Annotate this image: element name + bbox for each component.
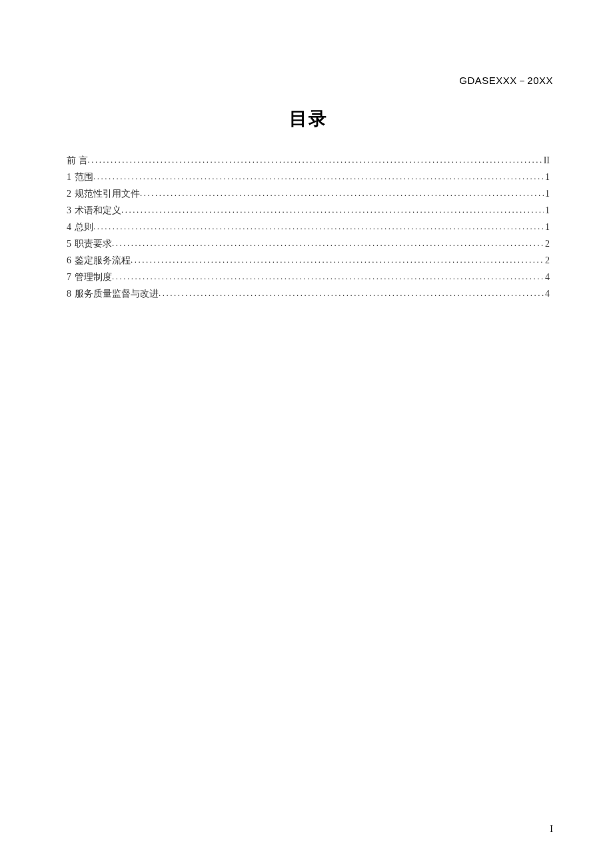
toc-number: 3 xyxy=(67,205,71,215)
toc-number: 7 xyxy=(67,272,71,282)
toc-label: 3术语和定义 xyxy=(67,202,121,219)
toc-label: 4总则 xyxy=(67,219,93,235)
toc-entry: 2规范性引用文件 1 xyxy=(67,185,550,202)
toc-page: 2 xyxy=(544,252,550,269)
toc-entry: 3术语和定义 1 xyxy=(67,202,550,219)
toc-text: 鉴定服务流程 xyxy=(75,255,131,265)
toc-page: 1 xyxy=(544,185,550,202)
toc-dots xyxy=(93,168,544,185)
toc-entry: 4总则 1 xyxy=(67,219,550,235)
toc-page: 1 xyxy=(544,219,550,235)
toc-dots xyxy=(121,201,544,218)
toc-dots xyxy=(140,185,544,201)
table-of-contents: 前 言 II 1范围 1 2规范性引用文件 1 3术语和定义 1 4总则 1 5… xyxy=(63,152,553,302)
toc-text: 管理制度 xyxy=(75,272,112,282)
toc-text: 职责要求 xyxy=(75,239,112,249)
toc-number: 2 xyxy=(67,189,71,199)
toc-page: 4 xyxy=(544,285,550,302)
toc-label: 1范围 xyxy=(67,169,93,185)
toc-page: 4 xyxy=(544,269,550,285)
toc-page: 1 xyxy=(544,202,550,219)
toc-entry: 7管理制度 4 xyxy=(67,269,550,285)
toc-label: 8服务质量监督与改进 xyxy=(67,285,159,302)
toc-number: 4 xyxy=(67,222,71,232)
toc-label: 7管理制度 xyxy=(67,269,112,285)
toc-entry-preface: 前 言 II xyxy=(67,152,550,169)
toc-dots xyxy=(112,268,544,285)
page-title: 目录 xyxy=(63,107,553,131)
toc-dots xyxy=(159,285,544,301)
toc-page: II xyxy=(542,152,550,169)
toc-label: 5职责要求 xyxy=(67,235,112,252)
page-number: I xyxy=(550,824,553,835)
toc-text: 范围 xyxy=(75,172,93,182)
toc-entry: 6鉴定服务流程 2 xyxy=(67,252,550,269)
toc-entry: 8服务质量监督与改进 4 xyxy=(67,285,550,302)
toc-number: 8 xyxy=(67,289,71,299)
toc-text: 服务质量监督与改进 xyxy=(75,289,159,299)
toc-dots xyxy=(93,218,544,235)
toc-number: 1 xyxy=(67,172,71,182)
toc-label: 6鉴定服务流程 xyxy=(67,252,131,269)
toc-page: 2 xyxy=(544,235,550,252)
toc-dots xyxy=(112,235,544,251)
toc-text: 术语和定义 xyxy=(75,205,121,215)
toc-label: 2规范性引用文件 xyxy=(67,185,140,202)
toc-text: 规范性引用文件 xyxy=(75,189,140,199)
toc-entry: 1范围 1 xyxy=(67,169,550,185)
toc-number: 5 xyxy=(67,239,71,249)
toc-entry: 5职责要求 2 xyxy=(67,235,550,252)
toc-dots xyxy=(131,251,544,268)
header-document-code: GDASEXXX－20XX xyxy=(459,75,553,87)
toc-page: 1 xyxy=(544,169,550,185)
toc-label: 前 言 xyxy=(67,152,88,169)
toc-number: 6 xyxy=(67,255,71,265)
toc-dots xyxy=(88,151,542,168)
toc-text: 总则 xyxy=(75,222,93,232)
